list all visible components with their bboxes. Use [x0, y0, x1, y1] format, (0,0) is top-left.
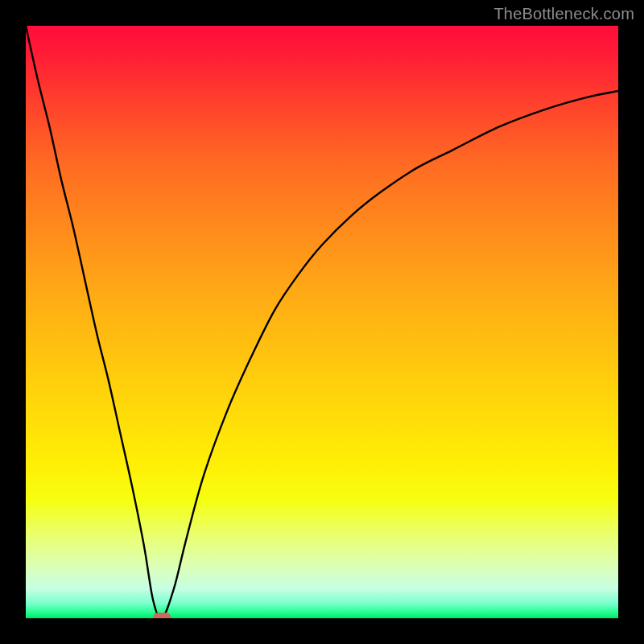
chart-frame: TheBottleneck.com: [0, 0, 644, 644]
bottleneck-curve: [26, 26, 618, 618]
curve-svg: [26, 26, 618, 618]
watermark-text: TheBottleneck.com: [493, 5, 634, 23]
plot-area: [26, 26, 618, 618]
optimum-marker: [153, 613, 171, 618]
